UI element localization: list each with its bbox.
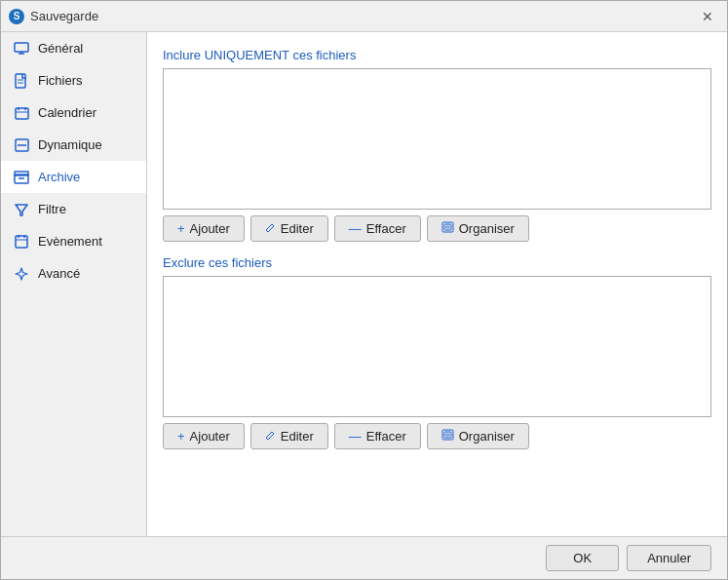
content-area: Inclure UNIQUEMENT ces fichiers + Ajoute… — [147, 32, 727, 536]
sidebar-item-dynamique[interactable]: Dynamique — [1, 129, 146, 161]
minus-icon: — — [349, 221, 362, 236]
svg-marker-15 — [16, 205, 27, 215]
svg-rect-3 — [16, 74, 25, 88]
organiser-icon-2 — [441, 429, 454, 444]
svg-rect-22 — [444, 224, 451, 230]
svg-rect-26 — [444, 432, 451, 438]
svg-rect-16 — [16, 236, 27, 248]
footer: OK Annuler — [1, 536, 727, 579]
exclude-section: Exclure ces fichiers + Ajouter — [163, 255, 711, 449]
sidebar-label-calendrier: Calendrier — [38, 105, 96, 120]
include-ajouter-label: Ajouter — [190, 221, 230, 236]
include-editer-label: Editer — [281, 221, 314, 236]
include-effacer-label: Effacer — [366, 221, 406, 236]
exclude-effacer-label: Effacer — [366, 429, 406, 444]
sidebar-label-archive: Archive — [38, 170, 80, 184]
plus-icon: + — [177, 221, 185, 236]
svg-rect-23 — [446, 226, 449, 228]
cancel-button[interactable]: Annuler — [627, 545, 711, 571]
exclude-ajouter-button[interactable]: + Ajouter — [163, 423, 245, 449]
svg-line-24 — [272, 432, 274, 434]
include-ajouter-button[interactable]: + Ajouter — [163, 215, 245, 242]
titlebar: S Sauvegarde ✕ — [1, 1, 727, 32]
sidebar-item-filtre[interactable]: Filtre — [1, 193, 146, 225]
sidebar-label-filtre: Filtre — [38, 202, 66, 216]
exclude-editer-label: Editer — [281, 429, 314, 444]
organiser-icon — [441, 221, 454, 236]
window-title: Sauvegarde — [30, 9, 98, 23]
include-editer-button[interactable]: Editer — [250, 215, 328, 242]
sidebar-label-dynamique: Dynamique — [38, 137, 102, 152]
edit-icon — [265, 221, 276, 236]
file-icon — [13, 74, 30, 88]
include-effacer-button[interactable]: — Effacer — [334, 215, 421, 242]
exclude-section-label: Exclure ces fichiers — [163, 255, 711, 270]
exclude-btn-row: + Ajouter Editer — — [163, 423, 711, 449]
sidebar-label-fichiers: Fichiers — [38, 73, 83, 88]
exclude-organiser-button[interactable]: Organiser — [427, 423, 529, 449]
edit-icon-2 — [265, 429, 276, 444]
dynamic-icon — [13, 138, 30, 152]
exclude-editer-button[interactable]: Editer — [250, 423, 328, 449]
include-section-label: Inclure UNIQUEMENT ces fichiers — [163, 48, 711, 62]
advanced-icon — [13, 267, 30, 281]
sidebar-item-evenement[interactable]: Evènement — [1, 225, 146, 257]
include-btn-row: + Ajouter Editer — — [163, 215, 711, 242]
ok-button[interactable]: OK — [546, 545, 619, 571]
sidebar: Général Fichiers — [1, 32, 147, 536]
sidebar-item-calendrier[interactable]: Calendrier — [1, 97, 146, 129]
sidebar-label-evenement: Evènement — [38, 234, 102, 249]
svg-rect-0 — [15, 43, 28, 52]
exclude-ajouter-label: Ajouter — [190, 429, 230, 444]
include-file-list — [163, 68, 711, 210]
event-icon — [13, 235, 30, 249]
sidebar-item-fichiers[interactable]: Fichiers — [1, 64, 146, 97]
app-icon: S — [9, 9, 24, 24]
sidebar-item-general[interactable]: Général — [1, 32, 146, 64]
window: S Sauvegarde ✕ Général — [0, 0, 728, 580]
close-button[interactable]: ✕ — [696, 5, 719, 28]
include-section: Inclure UNIQUEMENT ces fichiers + Ajoute… — [163, 48, 711, 242]
svg-line-20 — [272, 224, 274, 226]
exclude-file-list — [163, 276, 711, 417]
svg-rect-6 — [16, 108, 28, 119]
main-area: Général Fichiers — [1, 32, 727, 536]
monitor-icon — [13, 42, 30, 56]
sidebar-item-avance[interactable]: Avancé — [1, 257, 146, 290]
svg-rect-13 — [15, 172, 28, 175]
filter-icon — [13, 203, 30, 216]
svg-rect-27 — [446, 434, 449, 436]
titlebar-left: S Sauvegarde — [9, 9, 98, 24]
include-organiser-button[interactable]: Organiser — [427, 215, 529, 242]
archive-icon — [13, 171, 30, 184]
minus-icon-2: — — [349, 429, 362, 444]
sidebar-label-general: Général — [38, 41, 83, 56]
calendar-icon — [13, 106, 30, 120]
exclude-organiser-label: Organiser — [459, 429, 515, 444]
plus-icon-2: + — [177, 429, 185, 444]
exclude-effacer-button[interactable]: — Effacer — [334, 423, 421, 449]
sidebar-label-avance: Avancé — [38, 266, 80, 281]
sidebar-item-archive[interactable]: Archive — [1, 161, 146, 193]
include-organiser-label: Organiser — [459, 221, 515, 236]
